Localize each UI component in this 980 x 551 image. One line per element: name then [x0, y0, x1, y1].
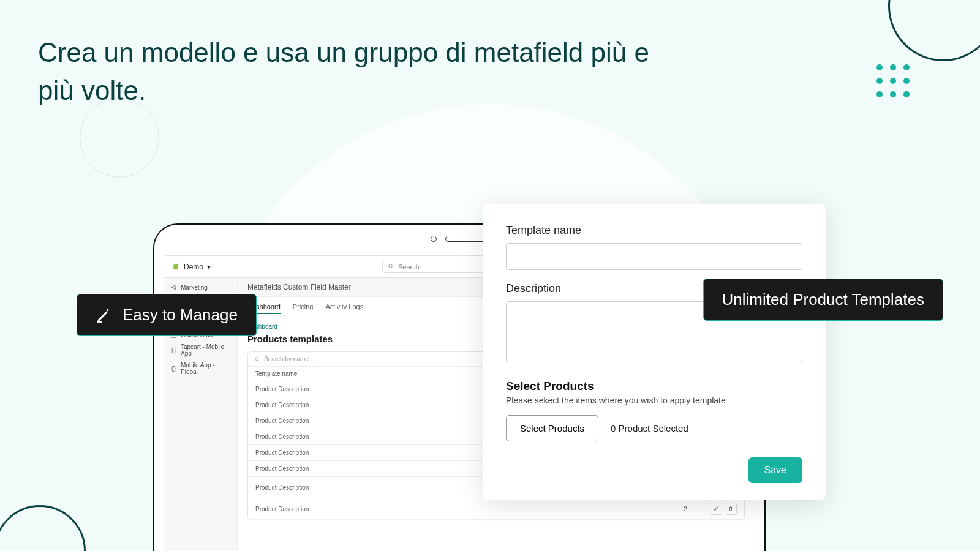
select-products-hint: Please sekect the items where you wish t… [506, 395, 802, 405]
shopify-icon [172, 263, 180, 271]
sidebar-item-marketing[interactable]: Marketing [164, 282, 237, 293]
tab-pricing[interactable]: Pricing [293, 301, 314, 314]
select-products-heading: Select Products [506, 380, 802, 393]
decorative-dot-grid [876, 64, 910, 97]
delete-button[interactable] [725, 503, 737, 515]
search-icon [388, 263, 394, 270]
search-icon [254, 356, 260, 362]
device-notch [431, 236, 488, 242]
edit-button[interactable] [710, 503, 722, 515]
svg-rect-7 [172, 348, 175, 353]
svg-point-0 [389, 264, 393, 268]
callout-unlimited-templates: Unlimited Product Templates [703, 279, 943, 321]
sidebar-channel-plobal[interactable]: Mobile App - Plobal [164, 359, 237, 378]
shop-selector[interactable]: Demo ▾ [172, 263, 211, 271]
callout-easy-to-manage: Easy to Manage [77, 294, 257, 336]
svg-line-10 [258, 360, 259, 361]
chevron-down-icon: ▾ [207, 263, 211, 271]
template-form-card: Template name Description Select Product… [483, 204, 826, 500]
table-row[interactable]: Product Description2 [248, 498, 744, 520]
svg-line-1 [392, 268, 393, 269]
svg-rect-8 [172, 366, 175, 371]
decorative-arc-bottom-left [0, 505, 86, 551]
template-name-input[interactable] [506, 243, 802, 270]
template-name-label: Template name [506, 224, 802, 237]
tab-activity-logs[interactable]: Activity Logs [325, 301, 363, 314]
select-products-button[interactable]: Select Products [506, 415, 598, 441]
decorative-circle-headline [80, 98, 159, 178]
selected-count: 0 Product Selected [611, 423, 688, 433]
shop-name: Demo [184, 263, 203, 271]
pencil-icon [96, 307, 111, 323]
search-placeholder: Search [398, 263, 420, 271]
decorative-arc-top-right [888, 0, 980, 61]
page-headline: Crea un modello e usa un gruppo di metaf… [38, 34, 650, 109]
sidebar-channel-tapcart[interactable]: Tapcart - Mobile App [164, 341, 237, 359]
svg-point-9 [255, 357, 258, 360]
save-button[interactable]: Save [748, 457, 802, 483]
